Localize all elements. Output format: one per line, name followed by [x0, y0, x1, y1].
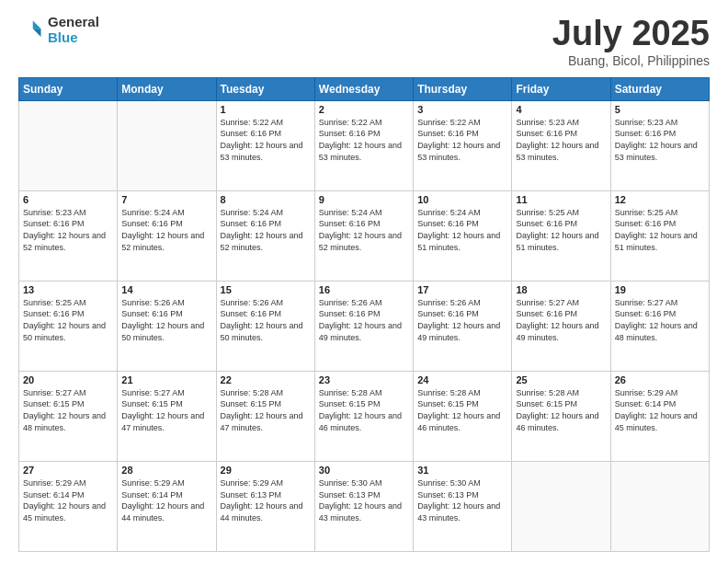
day-number: 22: [221, 374, 311, 385]
logo-icon: [18, 17, 44, 43]
day-number: 21: [121, 374, 211, 385]
calendar-cell: 30Sunrise: 5:30 AMSunset: 6:13 PMDayligh…: [314, 461, 413, 551]
calendar-cell: 9Sunrise: 5:24 AMSunset: 6:16 PMDaylight…: [314, 190, 413, 281]
day-number: 2: [319, 104, 409, 115]
day-info: Sunrise: 5:29 AMSunset: 6:13 PMDaylight:…: [221, 477, 311, 523]
calendar-header-saturday: Saturday: [610, 77, 709, 100]
calendar-cell: 17Sunrise: 5:26 AMSunset: 6:16 PMDayligh…: [414, 281, 512, 371]
calendar-cell: 8Sunrise: 5:24 AMSunset: 6:16 PMDaylight…: [216, 190, 314, 281]
calendar-header-wednesday: Wednesday: [314, 77, 413, 100]
day-info: Sunrise: 5:28 AMSunset: 6:15 PMDaylight:…: [221, 387, 311, 433]
day-info: Sunrise: 5:27 AMSunset: 6:15 PMDaylight:…: [23, 387, 113, 433]
day-info: Sunrise: 5:24 AMSunset: 6:16 PMDaylight:…: [319, 207, 409, 253]
calendar-header-tuesday: Tuesday: [216, 77, 314, 100]
day-info: Sunrise: 5:28 AMSunset: 6:15 PMDaylight:…: [417, 387, 507, 433]
calendar-week-4: 20Sunrise: 5:27 AMSunset: 6:15 PMDayligh…: [19, 371, 710, 461]
calendar-cell: [512, 461, 610, 551]
day-info: Sunrise: 5:30 AMSunset: 6:13 PMDaylight:…: [417, 477, 507, 523]
day-info: Sunrise: 5:22 AMSunset: 6:16 PMDaylight:…: [221, 117, 311, 163]
day-info: Sunrise: 5:23 AMSunset: 6:16 PMDaylight:…: [516, 117, 606, 163]
day-number: 3: [417, 104, 507, 115]
day-info: Sunrise: 5:26 AMSunset: 6:16 PMDaylight:…: [319, 297, 409, 343]
calendar-cell: 11Sunrise: 5:25 AMSunset: 6:16 PMDayligh…: [512, 190, 610, 281]
day-number: 13: [23, 284, 113, 295]
day-number: 24: [417, 374, 507, 385]
calendar-week-3: 13Sunrise: 5:25 AMSunset: 6:16 PMDayligh…: [19, 281, 710, 371]
day-number: 16: [319, 284, 409, 295]
day-number: 15: [221, 284, 311, 295]
day-info: Sunrise: 5:26 AMSunset: 6:16 PMDaylight:…: [221, 297, 311, 343]
calendar-cell: [610, 461, 709, 551]
day-info: Sunrise: 5:27 AMSunset: 6:15 PMDaylight:…: [121, 387, 211, 433]
calendar-cell: [118, 100, 216, 190]
calendar-cell: 23Sunrise: 5:28 AMSunset: 6:15 PMDayligh…: [314, 371, 413, 461]
day-info: Sunrise: 5:24 AMSunset: 6:16 PMDaylight:…: [221, 207, 311, 253]
calendar-cell: 7Sunrise: 5:24 AMSunset: 6:16 PMDaylight…: [118, 190, 216, 281]
day-info: Sunrise: 5:24 AMSunset: 6:16 PMDaylight:…: [417, 207, 507, 253]
calendar-cell: 10Sunrise: 5:24 AMSunset: 6:16 PMDayligh…: [414, 190, 512, 281]
calendar-week-5: 27Sunrise: 5:29 AMSunset: 6:14 PMDayligh…: [19, 461, 710, 551]
logo-text: General Blue: [48, 15, 99, 45]
calendar-cell: 26Sunrise: 5:29 AMSunset: 6:14 PMDayligh…: [610, 371, 709, 461]
calendar-header-thursday: Thursday: [414, 77, 512, 100]
day-info: Sunrise: 5:22 AMSunset: 6:16 PMDaylight:…: [417, 117, 507, 163]
calendar-cell: 21Sunrise: 5:27 AMSunset: 6:15 PMDayligh…: [118, 371, 216, 461]
main-title: July 2025: [552, 15, 710, 53]
day-number: 17: [417, 284, 507, 295]
calendar-cell: 24Sunrise: 5:28 AMSunset: 6:15 PMDayligh…: [414, 371, 512, 461]
calendar-week-2: 6Sunrise: 5:23 AMSunset: 6:16 PMDaylight…: [19, 190, 710, 281]
calendar-cell: 16Sunrise: 5:26 AMSunset: 6:16 PMDayligh…: [314, 281, 413, 371]
day-info: Sunrise: 5:24 AMSunset: 6:16 PMDaylight:…: [121, 207, 211, 253]
calendar-cell: [19, 100, 118, 190]
day-info: Sunrise: 5:27 AMSunset: 6:16 PMDaylight:…: [516, 297, 606, 343]
day-number: 9: [319, 194, 409, 205]
calendar-header-friday: Friday: [512, 77, 610, 100]
day-number: 31: [417, 465, 507, 476]
day-number: 27: [23, 465, 113, 476]
calendar-header-monday: Monday: [118, 77, 216, 100]
logo: General Blue: [18, 15, 99, 45]
day-number: 18: [516, 284, 606, 295]
day-number: 12: [615, 194, 705, 205]
calendar-cell: 6Sunrise: 5:23 AMSunset: 6:16 PMDaylight…: [19, 190, 118, 281]
day-number: 20: [23, 374, 113, 385]
day-number: 11: [516, 194, 606, 205]
calendar-cell: 22Sunrise: 5:28 AMSunset: 6:15 PMDayligh…: [216, 371, 314, 461]
day-info: Sunrise: 5:23 AMSunset: 6:16 PMDaylight:…: [615, 117, 705, 163]
page: General Blue July 2025 Buang, Bicol, Phi…: [0, 0, 728, 563]
calendar-cell: 4Sunrise: 5:23 AMSunset: 6:16 PMDaylight…: [512, 100, 610, 190]
day-number: 25: [516, 374, 606, 385]
calendar-week-1: 1Sunrise: 5:22 AMSunset: 6:16 PMDaylight…: [19, 100, 710, 190]
calendar-cell: 31Sunrise: 5:30 AMSunset: 6:13 PMDayligh…: [414, 461, 512, 551]
day-info: Sunrise: 5:29 AMSunset: 6:14 PMDaylight:…: [121, 477, 211, 523]
day-info: Sunrise: 5:30 AMSunset: 6:13 PMDaylight:…: [319, 477, 409, 523]
title-block: July 2025 Buang, Bicol, Philippines: [552, 15, 710, 68]
calendar-cell: 15Sunrise: 5:26 AMSunset: 6:16 PMDayligh…: [216, 281, 314, 371]
svg-marker-1: [33, 29, 41, 37]
calendar-cell: 27Sunrise: 5:29 AMSunset: 6:14 PMDayligh…: [19, 461, 118, 551]
day-number: 10: [417, 194, 507, 205]
calendar-header-sunday: Sunday: [19, 77, 118, 100]
day-number: 5: [615, 104, 705, 115]
subtitle: Buang, Bicol, Philippines: [552, 53, 710, 68]
calendar-cell: 19Sunrise: 5:27 AMSunset: 6:16 PMDayligh…: [610, 281, 709, 371]
calendar-cell: 13Sunrise: 5:25 AMSunset: 6:16 PMDayligh…: [19, 281, 118, 371]
day-info: Sunrise: 5:26 AMSunset: 6:16 PMDaylight:…: [417, 297, 507, 343]
logo-line1: General: [48, 15, 99, 30]
day-info: Sunrise: 5:25 AMSunset: 6:16 PMDaylight:…: [615, 207, 705, 253]
calendar-cell: 29Sunrise: 5:29 AMSunset: 6:13 PMDayligh…: [216, 461, 314, 551]
day-info: Sunrise: 5:28 AMSunset: 6:15 PMDaylight:…: [516, 387, 606, 433]
calendar-cell: 25Sunrise: 5:28 AMSunset: 6:15 PMDayligh…: [512, 371, 610, 461]
day-info: Sunrise: 5:23 AMSunset: 6:16 PMDaylight:…: [23, 207, 113, 253]
day-info: Sunrise: 5:26 AMSunset: 6:16 PMDaylight:…: [121, 297, 211, 343]
calendar-cell: 3Sunrise: 5:22 AMSunset: 6:16 PMDaylight…: [414, 100, 512, 190]
calendar-cell: 14Sunrise: 5:26 AMSunset: 6:16 PMDayligh…: [118, 281, 216, 371]
logo-line2: Blue: [48, 30, 99, 46]
calendar-table: SundayMondayTuesdayWednesdayThursdayFrid…: [18, 77, 710, 552]
day-info: Sunrise: 5:29 AMSunset: 6:14 PMDaylight:…: [615, 387, 705, 433]
day-info: Sunrise: 5:25 AMSunset: 6:16 PMDaylight:…: [516, 207, 606, 253]
calendar-cell: 2Sunrise: 5:22 AMSunset: 6:16 PMDaylight…: [314, 100, 413, 190]
day-number: 28: [121, 465, 211, 476]
calendar-cell: 5Sunrise: 5:23 AMSunset: 6:16 PMDaylight…: [610, 100, 709, 190]
day-info: Sunrise: 5:28 AMSunset: 6:15 PMDaylight:…: [319, 387, 409, 433]
